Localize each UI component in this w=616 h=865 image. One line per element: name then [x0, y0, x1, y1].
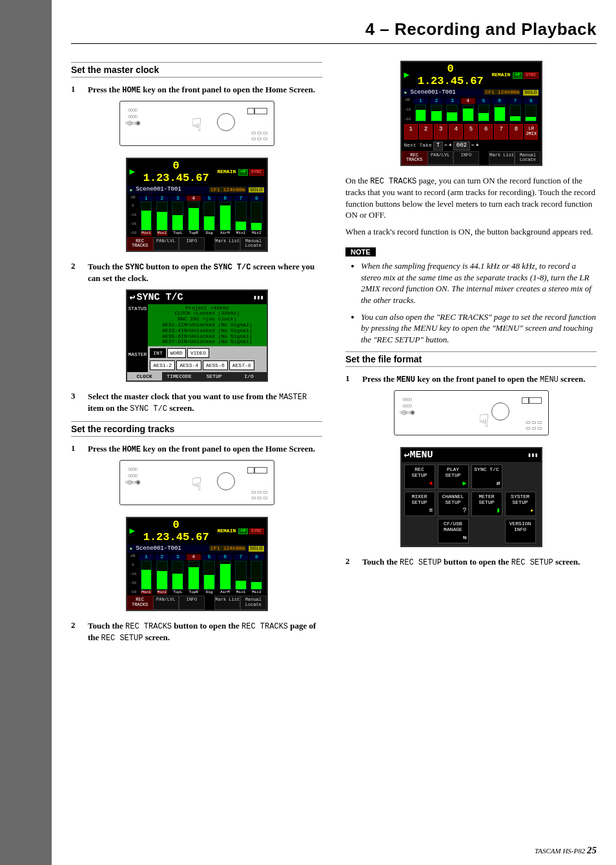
- step-number: 2: [345, 556, 354, 568]
- steps-recording-tracks-2: 2 Touch the REC TRACKS button to open th…: [71, 620, 322, 643]
- steps-master-clock-2: 2 Touch the SYNC button to open the SYNC…: [71, 261, 322, 284]
- step-text: Touch the SYNC button to open the SYNC T…: [88, 261, 322, 284]
- play-icon: ▶: [404, 70, 409, 80]
- page-number: 25: [587, 845, 597, 855]
- step-number: 1: [345, 373, 354, 385]
- body-paragraph-2: When a track's record function is ON, th…: [345, 226, 597, 238]
- steps-master-clock: 1 Press the HOME key on the front panel …: [71, 84, 322, 96]
- step-1: 1 Press the HOME key on the front panel …: [71, 443, 322, 455]
- step-number: 2: [71, 261, 80, 284]
- hand-pointer-icon: ☟: [191, 114, 202, 136]
- step-text: Press the MENU key on the front panel to…: [362, 373, 597, 385]
- page-footer: TASCAM HS-P82 25: [535, 845, 597, 856]
- sync-tc-screen: ↩SYNC T/C▮▮▮ STATUS Project =48kHz CLOCK…: [126, 289, 268, 382]
- step-number: 1: [71, 84, 80, 96]
- two-columns: Set the master clock 1 Press the HOME ke…: [71, 56, 597, 649]
- front-panel-illustration: ○○○○○○○○○◎▭◉ ▭▭▭▭▭▭ ☟: [119, 101, 274, 146]
- menu-screen: ↩MENU▮▮▮ REC SETUP● PLAY SETUP▶ SYNC T/C…: [400, 447, 542, 547]
- step-1: 1 Press the MENU key on the front panel …: [345, 373, 597, 385]
- play-icon: ▶: [130, 526, 135, 536]
- note-label: NOTE: [345, 247, 376, 256]
- step-3: 3 Select the master clock that you want …: [71, 391, 322, 414]
- figure-sync-lcd: ↩SYNC T/C▮▮▮ STATUS Project =48kHz CLOCK…: [71, 289, 322, 382]
- home-screen-lcd: ▶0 1.23.45.67REMAIN +FSYNC ▸Scene001-T00…: [126, 517, 268, 611]
- step-number: 3: [71, 391, 80, 414]
- body-paragraph-1: On the REC TRACKS page, you can turn ON …: [345, 175, 597, 221]
- note-item: You can also open the "REC TRACKS" page …: [361, 311, 597, 346]
- left-margin-band: [0, 0, 52, 865]
- front-panel-illustration: ○○○○○○○○○◎▭◉ ▭▭▭▭▭▭ ☟: [394, 390, 549, 435]
- section-set-recording-tracks: Set the recording tracks: [71, 421, 322, 437]
- step-2: 2 Touch the REC TRACKS button to open th…: [71, 620, 322, 643]
- page: 4 – Recording and Playback Set the maste…: [52, 0, 616, 865]
- front-panel-illustration: ○○○○○○○○○◎▭◉ ▭▭▭▭▭▭ ☟: [119, 460, 274, 505]
- step-text: Press the HOME key on the front panel to…: [88, 443, 322, 455]
- step-text: Select the master clock that you want to…: [88, 391, 322, 414]
- battery-icon: ▮▮▮: [253, 294, 263, 301]
- footer-brand: TASCAM HS-P82: [535, 847, 585, 855]
- rec-tracks-screen: ▶0 1.23.45.67REMAIN +FSYNC ▸Scene001-T00…: [400, 61, 542, 166]
- back-icon: ↩: [130, 291, 136, 304]
- steps-recording-tracks: 1 Press the HOME key on the front panel …: [71, 443, 322, 455]
- chapter-title: 4 – Recording and Playback: [71, 19, 597, 44]
- figure-rec-tracks-lcd: ▶0 1.23.45.67REMAIN +FSYNC ▸Scene001-T00…: [345, 61, 597, 166]
- home-screen-lcd: ▶0 1.23.45.67REMAIN +FSYNC ▸Scene001-T00…: [126, 158, 268, 252]
- step-text: Touch the REC SETUP button to open the R…: [362, 556, 597, 568]
- note-list: When the sampling frequency is 44.1 kHz …: [345, 260, 597, 345]
- figure-panel-1: ○○○○○○○○○◎▭◉ ▭▭▭▭▭▭ ☟: [71, 101, 322, 149]
- left-column: Set the master clock 1 Press the HOME ke…: [71, 56, 322, 649]
- figure-panel-2: ○○○○○○○○○◎▭◉ ▭▭▭▭▭▭ ☟: [71, 460, 322, 508]
- step-2: 2 Touch the REC SETUP button to open the…: [345, 556, 597, 568]
- step-text: Touch the REC TRACKS button to open the …: [88, 620, 322, 643]
- step-number: 2: [71, 620, 80, 643]
- right-column: ▶0 1.23.45.67REMAIN +FSYNC ▸Scene001-T00…: [345, 56, 597, 649]
- section-set-master-clock: Set the master clock: [71, 62, 322, 78]
- step-number: 1: [71, 443, 80, 455]
- back-icon: ↩: [404, 449, 410, 461]
- steps-master-clock-3: 3 Select the master clock that you want …: [71, 391, 322, 414]
- steps-file-format-2: 2 Touch the REC SETUP button to open the…: [345, 556, 597, 568]
- hand-pointer-icon: ☟: [191, 474, 202, 495]
- steps-file-format: 1 Press the MENU key on the front panel …: [345, 373, 597, 385]
- step-text: Press the HOME key on the front panel to…: [88, 84, 322, 96]
- battery-icon: ▮▮▮: [528, 452, 538, 459]
- folder-icon: ▸: [130, 187, 134, 194]
- figure-menu-lcd: ↩MENU▮▮▮ REC SETUP● PLAY SETUP▶ SYNC T/C…: [345, 447, 597, 547]
- note-item: When the sampling frequency is 44.1 kHz …: [361, 260, 597, 306]
- figure-home-lcd-2: ▶0 1.23.45.67REMAIN +FSYNC ▸Scene001-T00…: [71, 517, 322, 611]
- figure-panel-3: ○○○○○○○○○◎▭◉ ▭▭▭▭▭▭ ☟: [345, 390, 597, 438]
- play-icon: ▶: [130, 167, 135, 177]
- figure-home-lcd-1: ▶0 1.23.45.67REMAIN +FSYNC ▸Scene001-T00…: [71, 158, 322, 252]
- step-2: 2 Touch the SYNC button to open the SYNC…: [71, 261, 322, 284]
- step-1: 1 Press the HOME key on the front panel …: [71, 84, 322, 96]
- hand-pointer-icon: ☟: [478, 410, 489, 432]
- section-set-file-format: Set the file format: [345, 351, 597, 367]
